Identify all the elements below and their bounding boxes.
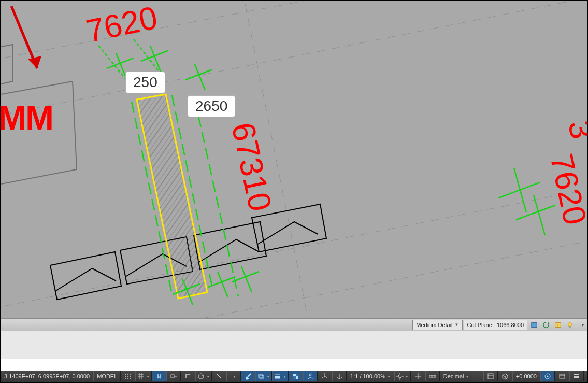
- dimension-readout-2650: 2650: [188, 95, 235, 117]
- mm-label: MM: [1, 98, 53, 137]
- view-options-dropdown[interactable]: [577, 320, 587, 330]
- cube-icon[interactable]: [498, 371, 512, 381]
- snap-note-icon[interactable]: [152, 371, 166, 381]
- svg-line-12: [98, 46, 130, 84]
- svg-point-43: [568, 323, 572, 327]
- drawing-canvas[interactable]: 7620 67310 3 7620 MM 250 2650: [1, 1, 587, 318]
- grid-dots-icon[interactable]: [121, 371, 135, 381]
- svg-rect-44: [569, 327, 571, 328]
- svg-rect-97: [560, 374, 565, 378]
- svg-line-15: [116, 53, 126, 79]
- z-offset-readout[interactable]: +0.0000: [512, 371, 540, 381]
- ortho-icon[interactable]: [181, 371, 195, 381]
- svg-text:7620: 7620: [543, 150, 587, 228]
- units-dropdown[interactable]: Decimal: [440, 371, 483, 381]
- snap-options-icon[interactable]: [226, 371, 241, 381]
- svg-text:7620: 7620: [83, 1, 160, 49]
- svg-marker-7: [194, 222, 266, 269]
- svg-rect-66: [260, 375, 264, 378]
- svg-line-19: [195, 64, 205, 90]
- svg-marker-5: [50, 252, 121, 300]
- view-detail-bar: Medium Detail Cut Plane: 1066.8000 !: [1, 318, 587, 331]
- lineweight-icon[interactable]: [272, 371, 289, 381]
- snap-divider-icon[interactable]: [212, 371, 226, 381]
- crosshair-icon[interactable]: [411, 371, 425, 381]
- status-bar: 3.1409E+07, 6.0995E+07, 0.0000 MODEL 1:1…: [1, 371, 587, 382]
- target-icon[interactable]: [540, 371, 555, 381]
- view-refresh-icon[interactable]: [541, 320, 551, 330]
- svg-point-51: [125, 378, 126, 379]
- menu-icon[interactable]: [569, 371, 584, 381]
- detail-level-dropdown[interactable]: Medium Detail: [412, 320, 462, 330]
- ucs-axes-icon[interactable]: [318, 371, 332, 381]
- svg-line-78: [337, 377, 339, 379]
- lightbulb-icon[interactable]: [565, 320, 575, 330]
- svg-marker-11: [137, 94, 207, 299]
- svg-point-48: [125, 376, 126, 377]
- workspace-icon[interactable]: [483, 371, 498, 381]
- svg-rect-71: [293, 374, 296, 376]
- svg-line-31: [516, 205, 555, 220]
- svg-point-47: [130, 374, 131, 375]
- svg-rect-91: [488, 374, 493, 379]
- svg-marker-93: [503, 374, 508, 377]
- svg-text:67310: 67310: [225, 119, 278, 214]
- svg-marker-8: [252, 204, 326, 252]
- polar-icon[interactable]: [195, 371, 212, 381]
- svg-line-26: [218, 272, 228, 297]
- svg-line-3: [1, 234, 587, 318]
- grid-lines-icon[interactable]: [135, 371, 152, 381]
- svg-line-0: [1, 1, 467, 63]
- cutplane-value: 1066.8000: [497, 320, 524, 330]
- ucs-person-icon[interactable]: [303, 371, 318, 381]
- annotation-scale[interactable]: 1:1 / 100.00%: [347, 371, 394, 381]
- cutplane-field[interactable]: Cut Plane: 1066.8000: [464, 320, 528, 330]
- cutplane-label: Cut Plane:: [467, 320, 494, 330]
- ruler-icon[interactable]: [425, 371, 440, 381]
- svg-point-80: [398, 375, 401, 378]
- svg-point-49: [127, 376, 128, 377]
- svg-line-32: [534, 195, 545, 235]
- snap-square-icon[interactable]: [166, 371, 181, 381]
- svg-point-53: [130, 378, 131, 379]
- gear-icon[interactable]: [394, 371, 411, 381]
- svg-line-64: [248, 374, 251, 377]
- svg-line-30: [514, 168, 526, 212]
- svg-line-75: [325, 376, 327, 378]
- model-space-toggle[interactable]: MODEL: [93, 371, 121, 381]
- svg-point-96: [547, 376, 548, 377]
- svg-line-76: [322, 376, 325, 378]
- dimension-readout-250: 250: [125, 72, 165, 93]
- transparency-icon[interactable]: [289, 371, 303, 381]
- svg-text:3: 3: [562, 118, 587, 141]
- svg-point-46: [127, 374, 128, 375]
- svg-line-79: [339, 377, 342, 379]
- svg-point-52: [127, 378, 128, 379]
- svg-line-17: [150, 46, 161, 72]
- svg-line-61: [201, 375, 203, 376]
- ucs-3d-icon[interactable]: [332, 371, 347, 381]
- svg-text:!: !: [557, 323, 558, 328]
- svg-point-73: [309, 374, 311, 376]
- svg-point-45: [125, 374, 126, 375]
- tool-layers-icon[interactable]: [255, 371, 272, 381]
- view-tool-1-icon[interactable]: [529, 320, 539, 330]
- tool-edit-icon[interactable]: [241, 371, 255, 381]
- command-input-band[interactable]: [1, 359, 587, 372]
- view-warning-icon[interactable]: !: [553, 320, 563, 330]
- svg-line-28: [241, 266, 252, 292]
- svg-rect-72: [296, 376, 298, 379]
- svg-rect-39: [532, 323, 537, 328]
- coordinate-readout[interactable]: 3.1409E+07, 6.0995E+07, 0.0000: [1, 371, 93, 381]
- svg-rect-65: [259, 374, 263, 377]
- panel-icon[interactable]: [555, 371, 569, 381]
- svg-point-50: [130, 376, 131, 377]
- command-area[interactable]: [1, 331, 587, 372]
- svg-rect-58: [171, 375, 174, 378]
